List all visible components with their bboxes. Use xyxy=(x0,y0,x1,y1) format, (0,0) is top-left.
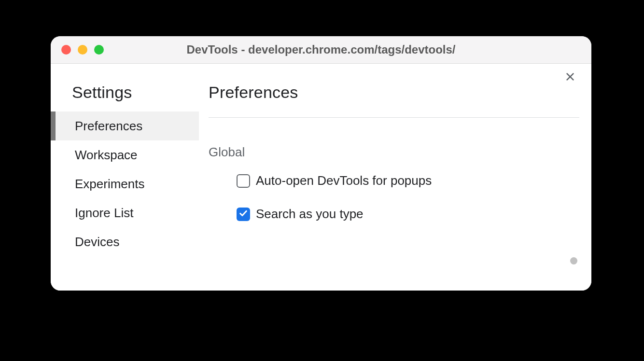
sidebar-item-label: Preferences xyxy=(75,119,142,134)
minimize-window-button[interactable] xyxy=(78,45,87,55)
option-search-as-you-type[interactable]: Search as you type xyxy=(209,207,579,222)
option-label: Search as you type xyxy=(256,207,364,222)
settings-panel: Settings Preferences Workspace Experimen… xyxy=(51,64,591,291)
sidebar-item-ignore-list[interactable]: Ignore List xyxy=(51,198,199,227)
sidebar-item-devices[interactable]: Devices xyxy=(51,227,199,256)
sidebar-item-experiments[interactable]: Experiments xyxy=(51,169,199,198)
sidebar-item-label: Experiments xyxy=(75,177,145,192)
sidebar-item-preferences[interactable]: Preferences xyxy=(51,111,199,140)
page-title: Preferences xyxy=(209,83,579,117)
checkbox-auto-open-devtools[interactable] xyxy=(237,174,250,188)
option-label: Auto-open DevTools for popups xyxy=(256,173,432,188)
settings-sidebar: Settings Preferences Workspace Experimen… xyxy=(51,64,199,291)
preferences-main: Preferences Global Auto-open DevTools fo… xyxy=(199,64,591,291)
checkbox-search-as-you-type[interactable] xyxy=(237,208,250,221)
sidebar-item-label: Workspace xyxy=(75,148,138,163)
sidebar-item-label: Ignore List xyxy=(75,206,133,221)
sidebar-item-label: Devices xyxy=(75,235,119,250)
maximize-window-button[interactable] xyxy=(94,45,104,55)
titlebar: DevTools - developer.chrome.com/tags/dev… xyxy=(51,36,591,64)
option-auto-open-devtools[interactable]: Auto-open DevTools for popups xyxy=(209,173,579,188)
window-title: DevTools - developer.chrome.com/tags/dev… xyxy=(51,43,591,56)
check-icon xyxy=(238,208,248,220)
preferences-scroll-area[interactable]: Global Auto-open DevTools for popups Sea… xyxy=(209,118,579,272)
sidebar-item-workspace[interactable]: Workspace xyxy=(51,140,199,169)
devtools-window: DevTools - developer.chrome.com/tags/dev… xyxy=(51,36,591,291)
traffic-lights xyxy=(61,45,104,55)
sidebar-title: Settings xyxy=(51,83,199,111)
close-window-button[interactable] xyxy=(61,45,71,55)
section-title-global: Global xyxy=(209,145,579,160)
scrollbar-thumb[interactable] xyxy=(570,257,577,264)
